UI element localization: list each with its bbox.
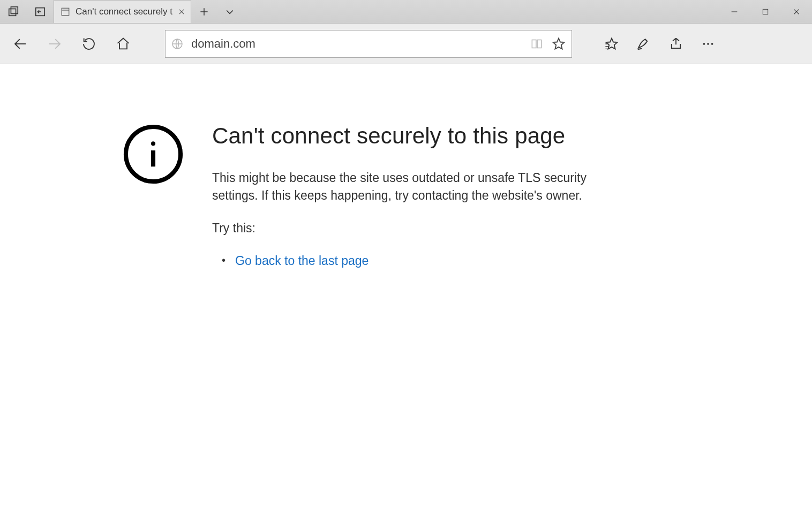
svg-rect-1 [11, 6, 18, 13]
more-menu-icon[interactable] [692, 29, 724, 59]
browser-tab[interactable]: Can't connect securely t [54, 0, 191, 23]
share-icon[interactable] [660, 29, 692, 59]
tab-title: Can't connect securely t [76, 6, 172, 17]
close-window-button[interactable] [781, 0, 812, 23]
try-this-label: Try this: [212, 221, 630, 236]
svg-point-8 [711, 43, 713, 45]
page-icon [61, 7, 70, 17]
error-heading: Can't connect securely to this page [212, 123, 630, 149]
svg-point-10 [151, 141, 155, 146]
address-bar[interactable] [165, 30, 572, 58]
back-button[interactable] [4, 29, 36, 59]
info-icon [122, 123, 184, 187]
favorites-hub-icon[interactable] [596, 29, 628, 59]
tabs-overview-button[interactable] [0, 0, 27, 23]
favorite-star-icon[interactable] [551, 36, 566, 51]
set-aside-tabs-button[interactable] [27, 0, 54, 23]
maximize-window-button[interactable] [750, 0, 781, 23]
error-page: Can't connect securely to this page This… [0, 64, 812, 268]
refresh-button[interactable] [73, 29, 105, 59]
titlebar: Can't connect securely t [0, 0, 812, 24]
new-tab-button[interactable] [191, 0, 217, 23]
svg-rect-4 [763, 9, 768, 14]
forward-button[interactable] [39, 29, 71, 59]
reading-view-icon[interactable] [530, 37, 544, 51]
svg-rect-3 [62, 8, 69, 16]
error-description: This might be because the site uses outd… [212, 169, 630, 205]
tab-close-button[interactable] [178, 8, 185, 16]
tab-actions-button[interactable] [217, 0, 243, 23]
svg-point-6 [703, 43, 705, 45]
minimize-window-button[interactable] [719, 0, 750, 23]
notes-icon[interactable] [628, 29, 660, 59]
svg-rect-0 [9, 9, 16, 16]
home-button[interactable] [107, 29, 139, 59]
toolbar [0, 24, 812, 64]
url-input[interactable] [191, 37, 522, 51]
titlebar-drag-area[interactable] [243, 0, 719, 23]
globe-icon [171, 37, 184, 50]
go-back-link[interactable]: Go back to the last page [235, 254, 369, 268]
svg-point-7 [707, 43, 709, 45]
